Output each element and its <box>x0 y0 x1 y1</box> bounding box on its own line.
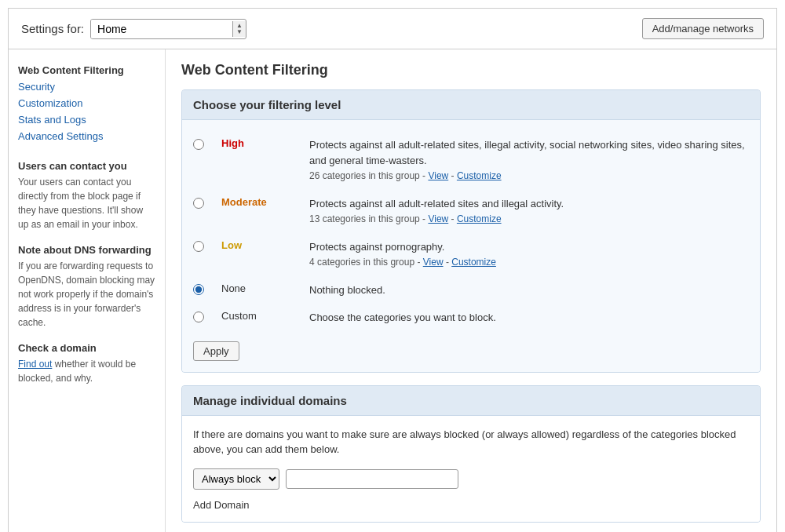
manage-panel-body: If there are domains you want to make su… <box>182 416 760 522</box>
sidebar-section-dns-forwarding-body: If you are forwarding requests to OpenDN… <box>18 259 155 330</box>
filter-row-low: Low Protects against pornography. 4 cate… <box>193 233 749 276</box>
radio-col-moderate[interactable] <box>193 196 212 211</box>
sidebar-section-dns-forwarding-title: Note about DNS forwarding <box>18 244 155 256</box>
radio-high[interactable] <box>193 139 204 150</box>
radio-moderate[interactable] <box>193 198 204 209</box>
header-left: Settings for: Home ▲ ▼ <box>21 19 246 39</box>
filter-label-low: Low <box>221 239 242 251</box>
manage-panel-description: If there are domains you want to make su… <box>193 427 749 457</box>
desc-col-moderate: Protects against all adult-related sites… <box>309 196 749 227</box>
radio-low[interactable] <box>193 241 204 252</box>
sidebar-item-advanced-settings[interactable]: Advanced Settings <box>18 128 155 144</box>
desc-col-low: Protects against pornography. 4 categori… <box>309 239 749 270</box>
filter-label-none: None <box>221 282 246 294</box>
sidebar-section-users-contact: Users can contact you Your users can con… <box>18 160 155 231</box>
cat-info-low: 4 categories in this group - View - Cust… <box>309 257 496 268</box>
add-manage-networks-button[interactable]: Add/manage networks <box>642 18 764 39</box>
always-block-select[interactable]: Always block Never block <box>193 468 279 490</box>
sidebar-section-check-domain-body: Find out whether it would be blocked, an… <box>18 357 155 385</box>
sidebar-section-users-contact-title: Users can contact you <box>18 160 155 172</box>
customize-link-high[interactable]: Customize <box>457 170 502 181</box>
cat-info-high: 26 categories in this group - View - Cus… <box>309 170 502 181</box>
sidebar-nav: Web Content Filtering Security Customiza… <box>18 62 155 144</box>
radio-col-none[interactable] <box>193 282 212 297</box>
sidebar-section-users-contact-body: Your users can contact you directly from… <box>18 175 155 231</box>
sidebar: Web Content Filtering Security Customiza… <box>9 49 166 532</box>
cat-info-moderate: 13 categories in this group - View - Cus… <box>309 213 502 224</box>
desc-col-none: Nothing blocked. <box>309 282 749 298</box>
filter-row-none: None Nothing blocked. <box>193 276 749 304</box>
sidebar-item-stats-and-logs[interactable]: Stats and Logs <box>18 111 155 128</box>
main-layout: Web Content Filtering Security Customiza… <box>9 49 776 532</box>
desc-col-high: Protects against all adult-related sites… <box>309 137 749 184</box>
sidebar-item-web-content-filtering[interactable]: Web Content Filtering <box>18 62 155 78</box>
view-link-moderate[interactable]: View <box>428 213 448 224</box>
filter-label-high: High <box>221 137 244 149</box>
radio-col-high[interactable] <box>193 137 212 152</box>
customize-link-low[interactable]: Customize <box>451 257 496 268</box>
network-select-wrapper[interactable]: Home ▲ ▼ <box>90 19 246 39</box>
sidebar-item-customization[interactable]: Customization <box>18 95 155 111</box>
view-link-high[interactable]: View <box>428 170 448 181</box>
view-link-low[interactable]: View <box>423 257 444 268</box>
label-col-custom: Custom <box>221 310 300 322</box>
sidebar-item-security[interactable]: Security <box>18 78 155 95</box>
label-col-none: None <box>221 282 300 294</box>
content-title: Web Content Filtering <box>181 62 761 78</box>
label-col-low: Low <box>221 239 300 251</box>
filtering-panel: Choose your filtering level High Protect… <box>181 89 761 373</box>
sidebar-section-check-domain: Check a domain Find out whether it would… <box>18 342 155 385</box>
filtering-panel-header: Choose your filtering level <box>182 90 760 120</box>
desc-col-custom: Choose the categories you want to block. <box>309 310 749 326</box>
manage-panel-header: Manage individual domains <box>182 386 760 416</box>
filter-label-custom: Custom <box>221 310 257 322</box>
network-select[interactable]: Home <box>91 20 232 38</box>
radio-custom[interactable] <box>193 312 204 322</box>
settings-for-label: Settings for: <box>21 22 84 35</box>
radio-col-custom[interactable] <box>193 310 212 325</box>
find-out-link[interactable]: Find out <box>18 359 52 370</box>
domain-input[interactable] <box>286 469 458 489</box>
filter-row-high: High Protects against all adult-related … <box>193 131 749 190</box>
radio-col-low[interactable] <box>193 239 212 254</box>
header: Settings for: Home ▲ ▼ Add/manage networ… <box>9 9 776 49</box>
sidebar-section-dns-forwarding: Note about DNS forwarding If you are for… <box>18 244 155 330</box>
apply-button[interactable]: Apply <box>193 341 239 361</box>
customize-link-moderate[interactable]: Customize <box>457 213 502 224</box>
domain-controls: Always block Never block <box>193 468 749 490</box>
add-domain-link[interactable]: Add Domain <box>193 499 749 511</box>
filter-row-moderate: Moderate Protects against all adult-rela… <box>193 190 749 233</box>
filtering-panel-body: High Protects against all adult-related … <box>182 120 760 372</box>
select-arrows-icon[interactable]: ▲ ▼ <box>232 21 246 37</box>
filter-label-moderate: Moderate <box>221 196 267 208</box>
sidebar-section-check-domain-title: Check a domain <box>18 342 155 354</box>
label-col-high: High <box>221 137 300 149</box>
manage-panel: Manage individual domains If there are d… <box>181 385 761 523</box>
content-area: Web Content Filtering Choose your filter… <box>166 49 776 532</box>
radio-none[interactable] <box>193 284 204 295</box>
label-col-moderate: Moderate <box>221 196 300 208</box>
filter-row-custom: Custom Choose the categories you want to… <box>193 304 749 332</box>
